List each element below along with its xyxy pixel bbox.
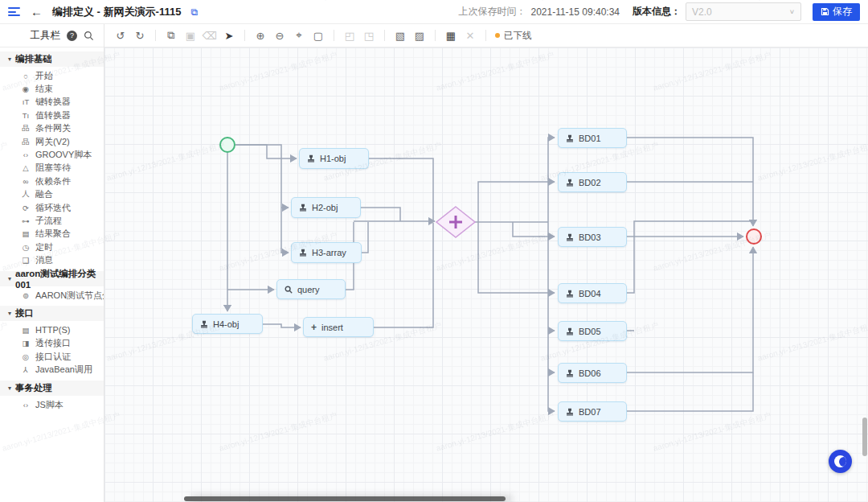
horizontal-scrollbar[interactable] bbox=[184, 496, 506, 501]
blocking-wait-icon: △ bbox=[21, 163, 31, 172]
task-node[interactable]: BD02 bbox=[558, 172, 627, 192]
sidebar-item[interactable]: △阻塞等待 bbox=[0, 162, 104, 175]
js-script-icon: ‹› bbox=[21, 401, 31, 409]
save-button[interactable]: 保存 bbox=[813, 3, 860, 21]
auth-icon: ◎ bbox=[21, 352, 31, 361]
search-icon[interactable] bbox=[84, 31, 94, 41]
sidebar-item[interactable]: Tı值转换器 bbox=[0, 109, 104, 121]
end-node[interactable] bbox=[746, 228, 762, 245]
zoom-in-icon[interactable]: ⊕ bbox=[251, 27, 270, 44]
flow-edge[interactable] bbox=[362, 222, 368, 253]
export-image-icon[interactable]: ▨ bbox=[410, 27, 429, 44]
sidebar-item[interactable]: ıT键转换器 bbox=[0, 96, 104, 109]
sidebar-item[interactable]: ⅄JavaBean调用 bbox=[0, 363, 104, 376]
task-node[interactable]: BD07 bbox=[558, 401, 627, 422]
sidebar-item[interactable]: ◎接口认证 bbox=[0, 350, 104, 363]
section-header[interactable]: ▾编排基础 bbox=[0, 51, 104, 67]
header-left: ← 编排定义 - 新网关演示-1115 ⧉ bbox=[8, 5, 198, 19]
select-region-icon[interactable]: ▧ bbox=[391, 27, 410, 44]
flow-edge[interactable] bbox=[627, 247, 753, 372]
sidebar-item[interactable]: ▤结果聚合 bbox=[0, 228, 104, 241]
flow-edge[interactable] bbox=[374, 223, 433, 327]
sidebar-item[interactable]: ∞依赖条件 bbox=[0, 175, 104, 187]
actual-size-icon[interactable]: ▢ bbox=[309, 27, 328, 44]
subprocess-icon: ⊶ bbox=[21, 216, 31, 225]
zoom-out-icon[interactable]: ⊖ bbox=[270, 27, 289, 44]
undo-icon[interactable]: ↺ bbox=[111, 27, 130, 44]
stamp-icon bbox=[299, 249, 307, 257]
task-node-label: BD05 bbox=[579, 327, 601, 336]
value-converter-icon: Tı bbox=[21, 111, 31, 120]
sidebar-item[interactable]: ◨透传接口 bbox=[0, 337, 104, 350]
task-node-label: H1-obj bbox=[320, 154, 346, 163]
sidebar-item[interactable]: ◉结束 bbox=[0, 82, 104, 95]
task-node[interactable]: H4-obj bbox=[192, 314, 263, 334]
flow-edge[interactable] bbox=[478, 222, 555, 293]
auto-layout-icon[interactable]: ▦ bbox=[441, 27, 461, 44]
toolbar-divider bbox=[435, 30, 436, 41]
sidebar-item-label: GROOVY脚本 bbox=[35, 149, 92, 161]
help-badge[interactable]: ? bbox=[67, 31, 77, 41]
sidebar-item[interactable]: 品网关(V2) bbox=[0, 135, 104, 148]
task-node-label: insert bbox=[321, 323, 343, 332]
flow-edge[interactable] bbox=[478, 182, 555, 222]
sidebar-item-label: JavaBean调用 bbox=[35, 364, 92, 376]
flow-edge[interactable] bbox=[360, 208, 400, 221]
canvas[interactable]: H1-objH2-objH3-arrayqueryH4-obj+insertBD… bbox=[104, 47, 868, 502]
task-node[interactable]: H3-array bbox=[291, 242, 362, 263]
fit-view-icon[interactable]: ⌖ bbox=[289, 27, 309, 44]
sidebar-item-label: 透传接口 bbox=[35, 337, 71, 349]
version-select[interactable]: V2.0 ∨ bbox=[686, 2, 801, 21]
sidebar-item[interactable]: ‹›JS脚本 bbox=[0, 398, 104, 411]
flow-edge[interactable] bbox=[548, 138, 555, 222]
redo-icon[interactable]: ↻ bbox=[130, 27, 149, 44]
menu-icon[interactable] bbox=[8, 7, 21, 16]
sidebar-item[interactable]: ⊚AARON测试节点分类 bbox=[0, 289, 104, 302]
sidebar-item[interactable]: ⟳循环迭代 bbox=[0, 201, 104, 214]
groovy-script-icon: ‹› bbox=[21, 150, 31, 159]
task-node[interactable]: BD01 bbox=[558, 128, 627, 148]
sidebar-item[interactable]: ‹›GROOVY脚本 bbox=[0, 148, 104, 161]
flow-edge[interactable] bbox=[548, 222, 555, 411]
sidebar-item-label: 阻塞等待 bbox=[35, 162, 71, 174]
flow-edge[interactable] bbox=[627, 372, 753, 411]
sidebar-item[interactable]: ▤HTTP(S) bbox=[0, 323, 104, 336]
sidebar-item[interactable]: ❑消息 bbox=[0, 253, 104, 266]
sidebar-item[interactable]: 人融合 bbox=[0, 188, 104, 201]
flow-edge[interactable] bbox=[263, 324, 301, 327]
vertical-scrollbar[interactable] bbox=[862, 418, 867, 456]
section-header[interactable]: ▾事务处理 bbox=[0, 381, 104, 396]
task-node[interactable]: query bbox=[276, 279, 346, 299]
task-node[interactable]: BD05 bbox=[558, 321, 627, 341]
task-node-label: BD03 bbox=[579, 232, 601, 242]
task-node[interactable]: BD06 bbox=[558, 363, 627, 383]
flow-edge[interactable] bbox=[235, 145, 297, 158]
flow-edge[interactable] bbox=[235, 145, 289, 253]
sidebar-item-label: 开始 bbox=[35, 70, 53, 82]
start-node[interactable] bbox=[219, 137, 235, 153]
section-header[interactable]: ▾aaron测试编排分类001 bbox=[0, 271, 104, 286]
help-fab-button[interactable] bbox=[829, 450, 852, 473]
back-icon[interactable]: ← bbox=[31, 6, 43, 18]
section-header[interactable]: ▾接口 bbox=[0, 306, 104, 321]
task-node[interactable]: BD03 bbox=[558, 227, 627, 247]
copy-icon[interactable]: ⧉ bbox=[162, 27, 181, 44]
page-title: 编排定义 - 新网关演示-1115 bbox=[52, 5, 181, 19]
copy-title-icon[interactable]: ⧉ bbox=[190, 6, 198, 18]
timer-icon: ◷ bbox=[21, 243, 31, 252]
status-label: 已下线 bbox=[504, 30, 532, 42]
gateway-node[interactable] bbox=[435, 205, 477, 242]
section-label: aaron测试编排分类001 bbox=[15, 268, 104, 290]
toolbar-divider bbox=[485, 30, 486, 41]
task-node[interactable]: H2-obj bbox=[291, 197, 361, 218]
task-node[interactable]: H1-obj bbox=[299, 148, 369, 169]
sidebar-item[interactable]: ○开始 bbox=[0, 69, 104, 82]
task-node[interactable]: BD04 bbox=[558, 283, 627, 303]
sidebar-item[interactable]: 品条件网关 bbox=[0, 122, 104, 135]
flow-edge[interactable] bbox=[627, 221, 753, 293]
task-node[interactable]: +insert bbox=[303, 317, 374, 337]
pointer-icon[interactable]: ➤ bbox=[219, 27, 239, 44]
group-icon: ◰ bbox=[340, 27, 359, 44]
sidebar-item[interactable]: ◷定时 bbox=[0, 241, 104, 253]
sidebar-item[interactable]: ⊶子流程 bbox=[0, 214, 104, 227]
